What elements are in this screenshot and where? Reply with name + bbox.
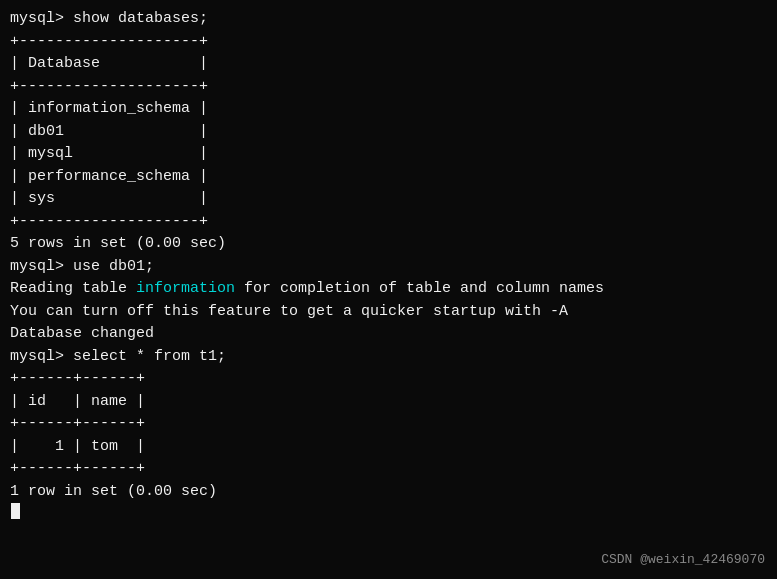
terminal-line: | performance_schema | bbox=[10, 166, 767, 189]
terminal-line: mysql> use db01; bbox=[10, 256, 767, 279]
terminal-line: | db01 | bbox=[10, 121, 767, 144]
terminal-line: | id | name | bbox=[10, 391, 767, 414]
terminal-line: 5 rows in set (0.00 sec) bbox=[10, 233, 767, 256]
terminal-line: | sys | bbox=[10, 188, 767, 211]
terminal-line: +------+------+ bbox=[10, 368, 767, 391]
terminal-line: Database changed bbox=[10, 323, 767, 346]
terminal-window: mysql> show databases;+-----------------… bbox=[10, 8, 767, 571]
cursor bbox=[11, 503, 20, 519]
terminal-line: +------+------+ bbox=[10, 458, 767, 481]
terminal-output: mysql> show databases;+-----------------… bbox=[10, 8, 767, 503]
watermark: CSDN @weixin_42469070 bbox=[601, 550, 765, 570]
terminal-line: Reading table information for completion… bbox=[10, 278, 767, 301]
terminal-line: 1 row in set (0.00 sec) bbox=[10, 481, 767, 504]
cursor-line bbox=[10, 503, 767, 519]
terminal-line: | Database | bbox=[10, 53, 767, 76]
terminal-line: mysql> show databases; bbox=[10, 8, 767, 31]
terminal-line: mysql> select * from t1; bbox=[10, 346, 767, 369]
terminal-line: +--------------------+ bbox=[10, 31, 767, 54]
terminal-line: You can turn off this feature to get a q… bbox=[10, 301, 767, 324]
terminal-line: | mysql | bbox=[10, 143, 767, 166]
terminal-line: | 1 | tom | bbox=[10, 436, 767, 459]
terminal-line: +--------------------+ bbox=[10, 211, 767, 234]
terminal-line: +--------------------+ bbox=[10, 76, 767, 99]
terminal-line: +------+------+ bbox=[10, 413, 767, 436]
terminal-line: | information_schema | bbox=[10, 98, 767, 121]
